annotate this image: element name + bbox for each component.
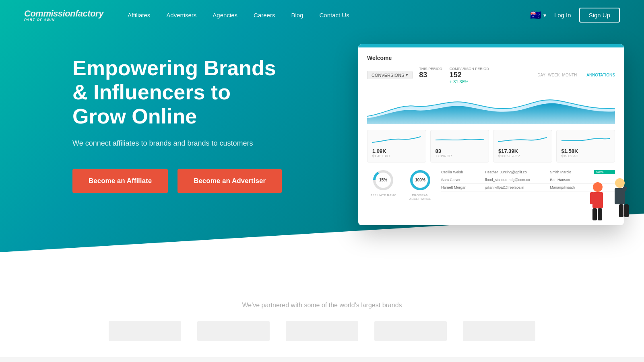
partner-logos	[0, 321, 644, 341]
this-period-label: THIS PERIOD	[419, 67, 442, 71]
svg-rect-7	[599, 192, 603, 204]
mini-stat-0: 1.09K $1.45 EPC	[367, 130, 426, 162]
row-2-email: julian.killpat@freelace.in	[485, 185, 549, 189]
main-chart	[367, 88, 615, 124]
partner-logo-3	[286, 321, 358, 341]
chevron-down-icon: ▾	[406, 72, 408, 78]
language-selector[interactable]: 🇦🇺 ▾	[530, 10, 546, 21]
hero-section: Empowering Brands & Influencers to Grow …	[0, 0, 644, 278]
become-advertiser-button[interactable]: Become an Advertiser	[178, 169, 282, 193]
nav-agencies[interactable]: Agencies	[213, 12, 237, 19]
svg-rect-13	[615, 188, 619, 200]
nav-affiliates[interactable]: Affiliates	[128, 12, 150, 19]
conversions-label: CONVERSIONS	[372, 73, 404, 78]
logo[interactable]: Commissionfactory Part of Awin	[24, 8, 103, 22]
hero-buttons: Become an Affiliate Become an Advertiser	[72, 169, 282, 193]
mini-stat-2: $17.39K $200.96 AOV	[493, 130, 552, 162]
chevron-down-icon: ▾	[543, 12, 546, 19]
nav-advertisers[interactable]: Advertisers	[166, 12, 196, 19]
stat-1-sub: 7.61% CR	[436, 154, 484, 158]
characters-illustration	[572, 165, 644, 237]
annotations-button[interactable]: ANNOTATIONS	[586, 73, 615, 77]
stat-0-val: 1.09K	[372, 148, 421, 154]
dash-stats-row: CONVERSIONS ▾ THIS PERIOD 83 COMPARISON …	[367, 66, 615, 84]
login-button[interactable]: Log In	[554, 12, 571, 19]
comp-period-label: COMPARISON PERIOD	[450, 67, 489, 71]
comp-change: + 31.38%	[450, 79, 469, 84]
svg-rect-14	[619, 204, 623, 217]
comp-period-value: 152	[450, 71, 489, 79]
nav-actions: 🇦🇺 ▾ Log In Sign Up	[530, 8, 620, 23]
hero-subtitle: We connect affiliates to brands and bran…	[72, 138, 266, 149]
stat-3-sub: $19.02 AC	[561, 154, 610, 158]
svg-rect-8	[592, 208, 597, 220]
stat-3-val: $1.58K	[561, 148, 610, 154]
svg-point-10	[615, 178, 625, 188]
dash-welcome: Welcome	[367, 55, 615, 61]
stat-0-sub: $1.45 EPC	[372, 154, 421, 158]
svg-rect-9	[598, 208, 602, 220]
signup-button[interactable]: Sign Up	[579, 8, 620, 23]
stat-2-sub: $200.96 AOV	[498, 154, 547, 158]
hero-title: Empowering Brands & Influencers to Grow …	[72, 56, 282, 128]
donut-affiliate-rank: 15% AFFILIATE RANK	[367, 168, 399, 201]
dash-header-bar	[358, 44, 624, 47]
donut-2-sub: PROGRAM ACCEPTANCE	[404, 193, 436, 201]
nav-careers[interactable]: Careers	[254, 12, 275, 19]
partners-title: We've partnered with some of the world's…	[0, 302, 644, 309]
stat-2-val: $17.39K	[498, 148, 547, 154]
donut-1-sub: AFFILIATE RANK	[370, 193, 396, 197]
row-1-name: Sara Glover	[441, 178, 483, 182]
comp-period: COMPARISON PERIOD 152 + 31.38%	[450, 66, 489, 84]
nav-contact[interactable]: Contact Us	[319, 12, 349, 19]
partner-logo-1	[109, 321, 181, 341]
mini-stat-1: 83 7.61% CR	[430, 130, 489, 162]
partner-logo-5	[463, 321, 535, 341]
mini-stats: 1.09K $1.45 EPC 83 7.61% CR $17.39K $200…	[367, 130, 615, 162]
row-1-email: flood_stalloud-hdg@com.co	[485, 178, 549, 182]
this-period-value: 83	[419, 71, 442, 79]
become-affiliate-button[interactable]: Become an Affiliate	[72, 169, 168, 193]
flag-icon: 🇦🇺	[530, 10, 541, 21]
time-buttons: DAY WEEK MONTH	[537, 73, 577, 77]
svg-rect-15	[624, 204, 629, 217]
navbar: Commissionfactory Part of Awin Affiliate…	[0, 0, 644, 30]
partner-logo-4	[374, 321, 447, 341]
conversions-button[interactable]: CONVERSIONS ▾	[367, 71, 413, 79]
svg-point-4	[593, 182, 603, 192]
nav-blog[interactable]: Blog	[291, 12, 303, 19]
donut-2-label: 100%	[415, 178, 425, 183]
day-button[interactable]: DAY	[537, 73, 545, 77]
logo-text: Commissionfactory	[24, 8, 103, 19]
donut-program-acceptance: 100% PROGRAM ACCEPTANCE	[404, 168, 436, 201]
stat-1-val: 83	[436, 148, 484, 154]
donut-1-label: 15%	[379, 178, 387, 183]
dash-period: THIS PERIOD 83 COMPARISON PERIOD 152 + 3…	[419, 66, 489, 84]
row-0-name: Cecilia Welsh	[441, 170, 483, 174]
nav-links: Affiliates Advertisers Agencies Careers …	[128, 12, 530, 19]
svg-rect-6	[590, 192, 594, 204]
row-0-email: Heather_Jurcing@gplit.co	[485, 170, 549, 174]
partner-logo-2	[197, 321, 270, 341]
month-button[interactable]: MONTH	[562, 73, 577, 77]
lower-section: We've partnered with some of the world's…	[0, 278, 644, 357]
mini-stat-3: $1.58K $19.02 AC	[556, 130, 615, 162]
week-button[interactable]: WEEK	[548, 73, 559, 77]
this-period: THIS PERIOD 83	[419, 66, 442, 84]
row-2-name: Harriett Morgan	[441, 185, 483, 189]
